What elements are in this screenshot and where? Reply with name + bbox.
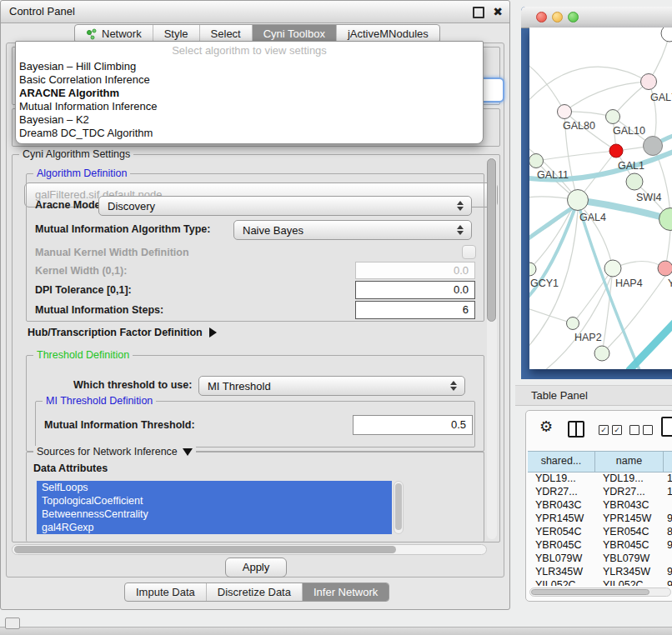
table-row[interactable]: YBR043CYBR043C <box>528 498 672 512</box>
tab-select[interactable]: Select <box>199 25 252 42</box>
network-edge[interactable] <box>564 82 649 112</box>
column-header[interactable]: name <box>595 452 664 472</box>
table-horizontal-scrollbar[interactable] <box>529 588 671 597</box>
network-graph[interactable]: GAL7GAL80GAL10GAL1GAL11SWI4GAL4GCY1HAP4Y… <box>529 28 672 369</box>
app-screen: Control Panel ✖ NetworkStyleSelectCyni T… <box>0 0 672 635</box>
table-cell: YER054C <box>528 525 595 538</box>
network-node[interactable] <box>644 137 663 156</box>
table-row[interactable]: YLR345WYLR345W9. <box>528 565 672 578</box>
network-edge[interactable] <box>529 307 573 323</box>
which-threshold-combobox[interactable]: MI Threshold <box>198 376 465 396</box>
network-edge[interactable] <box>529 61 564 112</box>
scrollbar-thumb[interactable] <box>487 158 496 322</box>
tab-cyni-toolbox[interactable]: Cyni Toolbox <box>252 25 336 42</box>
close-icon[interactable]: ✖ <box>493 1 503 22</box>
aracne-mode-value: Discovery <box>108 197 155 215</box>
hub-definition-toggle[interactable]: Hub/Transcription Factor Definition <box>28 327 217 338</box>
network-node-hap2[interactable] <box>567 318 579 330</box>
mi-threshold-label: Mutual Information Threshold: <box>44 419 195 431</box>
tab-network[interactable]: Network <box>75 25 153 42</box>
dropdown-item-bayesian-k2[interactable]: Bayesian – K2 <box>16 113 483 127</box>
table-row[interactable]: YBL079WYBL079W <box>528 552 672 565</box>
column-header[interactable]: shared... <box>528 452 595 472</box>
tab-discretize-data[interactable]: Discretize Data <box>206 583 302 601</box>
network-window-titlebar[interactable] <box>521 7 672 28</box>
network-node-y[interactable] <box>658 261 672 276</box>
deselect-all-columns-icon[interactable] <box>629 425 653 435</box>
attribute-item-betweennesscentrality[interactable]: BetweennessCentrality <box>37 508 392 521</box>
scrollbar-thumb[interactable] <box>531 589 649 595</box>
network-edge[interactable] <box>529 67 649 107</box>
mi-threshold-field[interactable]: 0.5 <box>353 415 473 435</box>
checked-box-icon: ✓ <box>599 425 609 435</box>
zoom-traffic-light[interactable] <box>568 12 579 22</box>
threshold-definition-group: Threshold Definition Which threshold to … <box>26 355 484 452</box>
settings-vertical-scrollbar[interactable] <box>487 158 497 539</box>
network-node[interactable] <box>661 28 672 42</box>
scrollbar-thumb[interactable] <box>14 546 396 553</box>
document-icon[interactable] <box>661 417 672 437</box>
table-row[interactable]: YDL19...YDL19...13 <box>528 472 672 485</box>
column-header[interactable] <box>664 452 672 472</box>
attributes-scrollbar[interactable] <box>394 481 404 534</box>
network-node-gal1[interactable] <box>609 144 623 158</box>
network-node-gal7[interactable] <box>641 74 657 90</box>
cyni-algorithm-settings-group: Cyni Algorithm Settings Algorithm Defini… <box>12 154 500 542</box>
tab-label: Style <box>164 28 188 40</box>
table-row[interactable]: YER054CYER054C8. <box>528 525 672 538</box>
data-attributes-list[interactable]: SelfLoopsTopologicalCoefficientBetweenne… <box>37 481 392 534</box>
network-edge[interactable] <box>536 151 616 161</box>
dropdown-item-aracne-algorithm[interactable]: ARACNE Algorithm <box>16 87 483 100</box>
network-node-gal10[interactable] <box>606 110 620 124</box>
network-node-gcy1[interactable] <box>529 262 536 276</box>
dropdown-item-dream8-dc-tdc-algorithm[interactable]: Dream8 DC_TDC Algorithm <box>16 127 483 140</box>
collapsed-panel-icon[interactable] <box>5 618 20 629</box>
network-canvas[interactable]: GAL7GAL80GAL10GAL1GAL11SWI4GAL4GCY1HAP4Y… <box>529 28 672 369</box>
network-node-gal11[interactable] <box>529 154 544 168</box>
select-all-columns-icon[interactable]: ✓✓ <box>599 425 622 435</box>
dpi-tolerance-field[interactable]: 0.0 <box>355 281 475 299</box>
table-row[interactable]: YPR145WYPR145W9. <box>528 512 672 525</box>
dropdown-item-basic-correlation-inference[interactable]: Basic Correlation Inference <box>16 73 483 87</box>
tab-jactivemnodules[interactable]: jActiveMNodules <box>336 25 439 42</box>
tab-infer-network[interactable]: Infer Network <box>302 583 389 601</box>
mi-threshold-definition-group: MI Threshold Definition Mutual Informati… <box>35 401 475 448</box>
table-cell: 13 <box>664 472 672 485</box>
attribute-item-gal4rgexp[interactable]: gal4RGexp <box>37 521 392 534</box>
tab-style[interactable]: Style <box>153 25 199 42</box>
aracne-mode-combobox[interactable]: Discovery <box>98 196 472 216</box>
settings-horizontal-scrollbar[interactable] <box>12 544 487 555</box>
network-node-gal80[interactable] <box>558 105 572 119</box>
tab-impute-data[interactable]: Impute Data <box>125 583 206 601</box>
apply-button[interactable]: Apply <box>225 558 287 578</box>
network-edge[interactable] <box>629 319 672 369</box>
network-edge[interactable] <box>573 268 613 323</box>
dropdown-item-bayesian-hill-climbing[interactable]: Bayesian – Hill Climbing <box>16 60 483 73</box>
minimize-traffic-light[interactable] <box>552 12 563 22</box>
close-traffic-light[interactable] <box>536 12 547 22</box>
network-node-gal4[interactable] <box>568 190 589 211</box>
kernel-width-field[interactable]: 0.0 <box>355 262 475 279</box>
table-cell: 9. <box>664 538 672 552</box>
attribute-item-selfloops[interactable]: SelfLoops <box>37 481 392 494</box>
network-node[interactable] <box>594 346 609 361</box>
dropdown-item-mutual-information-inference[interactable]: Mutual Information Inference <box>16 100 483 113</box>
scrollbar-thumb[interactable] <box>395 483 402 530</box>
split-view-icon[interactable] <box>568 421 584 438</box>
table-row[interactable]: YBR045CYBR045C9. <box>528 538 672 552</box>
combo-arrows-icon <box>450 381 457 391</box>
hub-definition-label: Hub/Transcription Factor Definition <box>28 327 203 338</box>
network-node-swi4[interactable] <box>626 173 643 190</box>
mi-steps-field[interactable]: 6 <box>355 301 475 319</box>
manual-kernel-checkbox[interactable] <box>462 245 476 259</box>
mi-type-combobox[interactable]: Naive Bayes <box>233 220 472 240</box>
float-panel-icon[interactable] <box>473 7 484 18</box>
table-row[interactable]: YIL052CYIL052C9. <box>528 578 672 586</box>
network-node[interactable] <box>659 208 672 231</box>
gear-icon[interactable]: ⚙ <box>539 418 553 436</box>
table-cell: YBL079W <box>528 552 595 565</box>
network-node-hap4[interactable] <box>604 260 621 277</box>
table-row[interactable]: YDR27...YDR27...12 <box>528 485 672 498</box>
attribute-item-topologicalcoefficient[interactable]: TopologicalCoefficient <box>37 494 392 508</box>
tab-label: Impute Data <box>136 586 195 598</box>
